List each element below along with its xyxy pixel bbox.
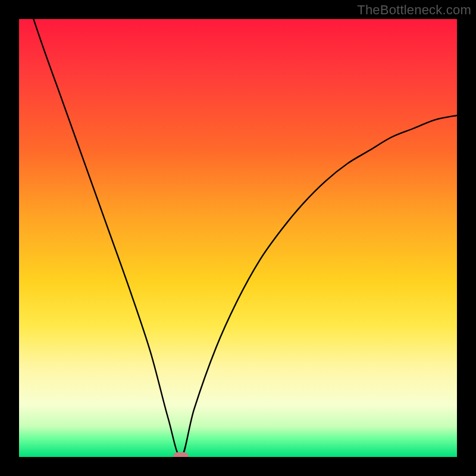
plot-area <box>19 19 457 457</box>
bottleneck-curve <box>19 19 457 457</box>
minimum-marker <box>173 452 189 457</box>
curve-path <box>19 19 457 457</box>
chart-frame: TheBottleneck.com <box>0 0 476 476</box>
attribution-label: TheBottleneck.com <box>357 2 471 18</box>
